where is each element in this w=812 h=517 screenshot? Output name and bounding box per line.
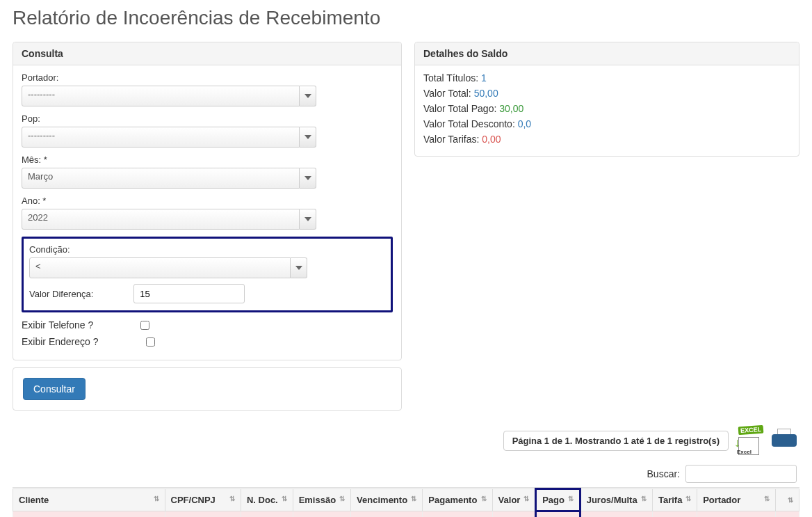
sort-icon: ⇅: [411, 495, 416, 502]
chevron-down-icon: [304, 216, 311, 223]
search-input[interactable]: [685, 465, 797, 483]
cell-valor: 50.00: [492, 511, 536, 518]
condicao-select[interactable]: <: [29, 257, 291, 278]
sort-icon: ⇅: [641, 495, 647, 502]
printer-body-icon: [772, 434, 797, 447]
valor-total-desconto-label: Valor Total Desconto:: [423, 118, 518, 129]
th-pago[interactable]: Pago⇅: [536, 489, 580, 511]
th-emissao[interactable]: Emissão⇅: [293, 489, 350, 511]
sort-icon: ⇅: [339, 495, 345, 502]
ano-select[interactable]: 2022: [22, 209, 300, 230]
cell-pagamento: 07/03/2022: [423, 511, 492, 518]
sort-icon: ⇅: [523, 495, 529, 502]
valor-tarifas-value: 0,00: [482, 134, 501, 145]
sort-icon: ⇅: [154, 495, 159, 502]
mes-dropdown-btn[interactable]: [300, 168, 316, 189]
th-portador-label: Portador: [703, 495, 740, 505]
export-excel-button[interactable]: EXCEL ↓ Excel: [734, 426, 763, 455]
sort-icon: ⇅: [788, 496, 793, 504]
pop-dropdown-btn[interactable]: [300, 127, 316, 148]
results-table: Cliente⇅ CPF/CNPJ⇅ N. Doc.⇅ Emissão⇅ Ven…: [13, 488, 799, 517]
condicao-label: Condição:: [29, 244, 385, 255]
excel-icon-label: Excel: [737, 449, 752, 455]
th-vencimento-label: Vencimento: [357, 495, 407, 505]
ano-dropdown-btn[interactable]: [300, 209, 316, 230]
search-label: Buscar:: [647, 468, 680, 479]
cell-emissao: 04/03/2022: [293, 511, 350, 518]
th-valor-label: Valor: [498, 495, 521, 505]
th-juros-label: Juros/Multa: [587, 495, 638, 505]
exibir-telefone-label: Exibir Telefone ?: [22, 319, 93, 331]
valor-total-value: 50,00: [474, 88, 498, 99]
valor-diferenca-label: Valor Diferença:: [29, 289, 93, 299]
th-cliente[interactable]: Cliente⇅: [13, 489, 165, 511]
sort-icon: ⇅: [764, 495, 770, 502]
portador-dropdown-btn[interactable]: [300, 86, 316, 106]
pop-select[interactable]: ---------: [22, 127, 300, 148]
cell-portador: BANCO DO BRASIL: [697, 511, 776, 518]
consulta-heading: Consulta: [13, 42, 401, 65]
cell-juros: 0.00 / 0.00: [580, 511, 652, 518]
valor-tarifas-label: Valor Tarifas:: [423, 134, 482, 145]
th-ndoc[interactable]: N. Doc.⇅: [241, 489, 293, 511]
cell-pago: 30.00: [536, 511, 580, 518]
condicao-highlight-box: Condição: < Valor Diferença:: [22, 237, 393, 312]
total-titulos-label: Total Títulos:: [423, 72, 481, 83]
th-cpf[interactable]: CPF/CNPJ⇅: [165, 489, 241, 511]
sort-icon: ⇅: [229, 495, 235, 502]
consultar-panel: Consultar: [13, 367, 402, 411]
th-juros[interactable]: Juros/Multa⇅: [580, 489, 652, 511]
chevron-down-icon: [304, 134, 311, 141]
cell-tarifa: 0.00: [652, 511, 697, 518]
pop-label: Pop:: [22, 113, 393, 124]
sort-icon: ⇅: [568, 495, 574, 502]
th-tarifa-label: Tarifa: [658, 495, 682, 505]
print-button[interactable]: [769, 427, 799, 454]
valor-total-label: Valor Total:: [423, 88, 474, 99]
th-actions: ⇅: [776, 489, 799, 511]
chevron-down-icon: [304, 93, 311, 100]
detalhes-panel: Detalhes do Saldo Total Títulos: 1 Valor…: [414, 42, 799, 157]
sort-icon: ⇅: [481, 495, 487, 502]
excel-icon-top: EXCEL: [738, 425, 764, 435]
total-titulos-value: 1: [481, 72, 487, 83]
mes-select[interactable]: Março: [22, 168, 300, 189]
mes-label: Mês: *: [22, 154, 393, 165]
th-pagamento-label: Pagamento: [428, 495, 477, 505]
valor-diferenca-input[interactable]: [133, 284, 245, 303]
th-emissao-label: Emissão: [299, 495, 336, 505]
portador-select[interactable]: ---------: [22, 86, 300, 106]
valor-total-pago-label: Valor Total Pago:: [423, 103, 499, 114]
th-vencimento[interactable]: Vencimento⇅: [351, 489, 423, 511]
portador-label: Portador:: [22, 72, 393, 83]
th-cpf-label: CPF/CNPJ: [171, 495, 216, 505]
th-portador[interactable]: Portador⇅: [697, 489, 776, 511]
consultar-button[interactable]: Consultar: [23, 378, 86, 400]
results-table-wrap: Cliente⇅ CPF/CNPJ⇅ N. Doc.⇅ Emissão⇅ Ven…: [13, 487, 799, 517]
th-pago-label: Pago: [542, 495, 565, 505]
th-cliente-label: Cliente: [19, 495, 49, 505]
th-ndoc-label: N. Doc.: [247, 495, 278, 505]
chevron-down-icon: [304, 175, 311, 182]
ano-label: Ano: *: [22, 196, 393, 206]
exibir-endereco-label: Exibir Endereço ?: [22, 336, 99, 347]
th-pagamento[interactable]: Pagamento⇅: [423, 489, 492, 511]
cell-cpf: 863.468.110-61: [165, 511, 241, 518]
sort-icon: ⇅: [685, 495, 691, 502]
cell-vencimento: 10/02/2024: [351, 511, 423, 518]
table-row: ALYSSON BRASILEIRO - TESTE 863.468.110-6…: [13, 511, 799, 518]
cell-actions: 🔍: [776, 511, 799, 518]
th-valor[interactable]: Valor⇅: [492, 489, 536, 511]
exibir-telefone-checkbox[interactable]: [140, 321, 149, 330]
cell-ndoc: 6992: [241, 511, 293, 518]
chevron-down-icon: [295, 264, 302, 271]
consulta-panel: Consulta Portador: --------- Pop: ------…: [13, 42, 402, 360]
sort-icon: ⇅: [282, 495, 287, 502]
detalhes-heading: Detalhes do Saldo: [415, 42, 799, 65]
exibir-endereco-checkbox[interactable]: [146, 337, 155, 347]
download-arrow-icon: ↓: [734, 436, 740, 450]
valor-total-pago-value: 30,00: [499, 103, 523, 114]
th-tarifa[interactable]: Tarifa⇅: [652, 489, 697, 511]
condicao-dropdown-btn[interactable]: [291, 257, 307, 278]
page-title: Relatório de Incoerências de Recebimento: [13, 7, 799, 29]
